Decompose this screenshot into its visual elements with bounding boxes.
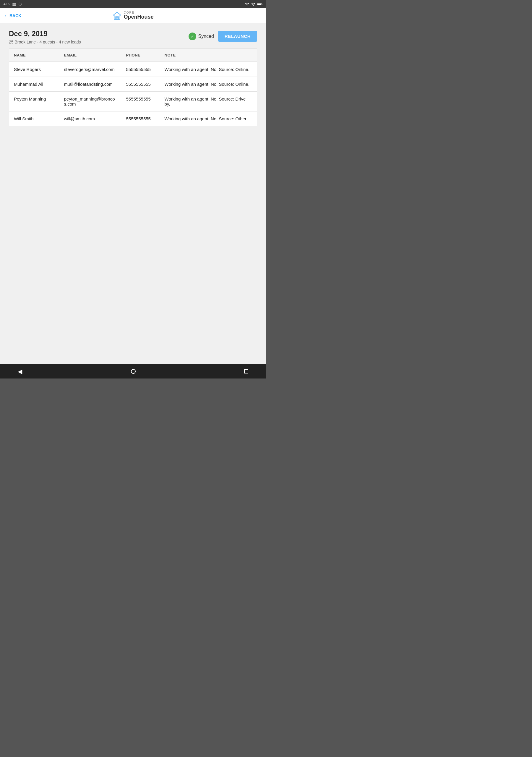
event-date: Dec 9, 2019 [9,30,81,38]
cell-note: Working with an agent: No. Source: Onlin… [160,77,257,92]
recent-nav-button[interactable] [244,369,248,374]
table-header: NAME EMAIL PHONE NOTE [9,49,257,62]
battery-icon [257,2,262,6]
bottom-nav: ◀ [0,364,266,378]
status-icons [245,2,262,6]
cell-name: Will Smith [9,111,59,126]
table-row: Steve Rogerssteverogers@marvel.com555555… [9,62,257,77]
logo-icon [112,11,122,20]
col-phone-header: PHONE [122,49,160,62]
back-nav-button[interactable]: ◀ [18,368,22,375]
logo-text: CORE OpenHouse [124,11,153,20]
synced-check-icon: ✓ [189,33,196,40]
top-section: Dec 9, 2019 25 Brook Lane - 4 guests - 4… [9,30,257,45]
back-button[interactable]: ← BACK [4,13,21,18]
back-label: BACK [10,13,21,18]
sync-relaunch-section: ✓ Synced RELAUNCH [189,31,257,42]
table-row: Muhammad Alim.ali@floatandsting.com55555… [9,77,257,92]
cell-name: Peyton Manning [9,92,59,111]
status-time: 4:09 [4,2,22,6]
storage-icon [12,2,16,6]
table-row: Peyton Manningpeyton_manning@broncos.com… [9,92,257,111]
svg-rect-4 [257,4,261,5]
synced-badge: ✓ Synced [189,33,214,40]
svg-rect-2 [13,5,16,5]
cell-phone: 5555555555 [122,62,160,77]
cell-name: Muhammad Ali [9,77,59,92]
cell-note: Working with an agent: No. Source: Onlin… [160,62,257,77]
cell-note: Working with an agent: No. Source: Drive… [160,92,257,111]
signal-icon [251,2,255,6]
svg-rect-5 [262,4,262,5]
refresh-icon [18,2,22,6]
back-arrow-icon: ← [4,13,8,18]
svg-rect-1 [13,4,16,4]
svg-rect-0 [13,3,16,3]
cell-email: m.ali@floatandsting.com [59,77,122,92]
cell-phone: 5555555555 [122,92,160,111]
cell-email: steverogers@marvel.com [59,62,122,77]
table-header-row: NAME EMAIL PHONE NOTE [9,49,257,62]
relaunch-button[interactable]: RELAUNCH [218,31,257,42]
col-email-header: EMAIL [59,49,122,62]
status-bar: 4:09 [0,0,266,8]
table-body: Steve Rogerssteverogers@marvel.com555555… [9,62,257,126]
time-display: 4:09 [4,2,10,6]
col-note-header: NOTE [160,49,257,62]
cell-phone: 5555555555 [122,111,160,126]
cell-name: Steve Rogers [9,62,59,77]
home-circle-icon [131,369,136,374]
logo-name-text: OpenHouse [124,14,153,20]
wifi-icon [245,2,250,6]
logo: CORE OpenHouse [112,11,153,20]
synced-label: Synced [198,34,214,39]
home-nav-button[interactable] [131,369,136,374]
guests-table: NAME EMAIL PHONE NOTE Steve Rogersstever… [9,48,257,126]
svg-marker-6 [113,12,121,19]
nav-bar: ← BACK CORE OpenHouse [0,8,266,23]
cell-note: Working with an agent: No. Source: Other… [160,111,257,126]
recent-square-icon [244,369,248,374]
event-details: 25 Brook Lane - 4 guests - 4 new leads [9,40,81,45]
col-name-header: NAME [9,49,59,62]
cell-email: will@smith.com [59,111,122,126]
table-row: Will Smithwill@smith.com5555555555Workin… [9,111,257,126]
main-content: Dec 9, 2019 25 Brook Lane - 4 guests - 4… [0,23,266,364]
cell-email: peyton_manning@broncos.com [59,92,122,111]
cell-phone: 5555555555 [122,77,160,92]
date-info: Dec 9, 2019 25 Brook Lane - 4 guests - 4… [9,30,81,45]
